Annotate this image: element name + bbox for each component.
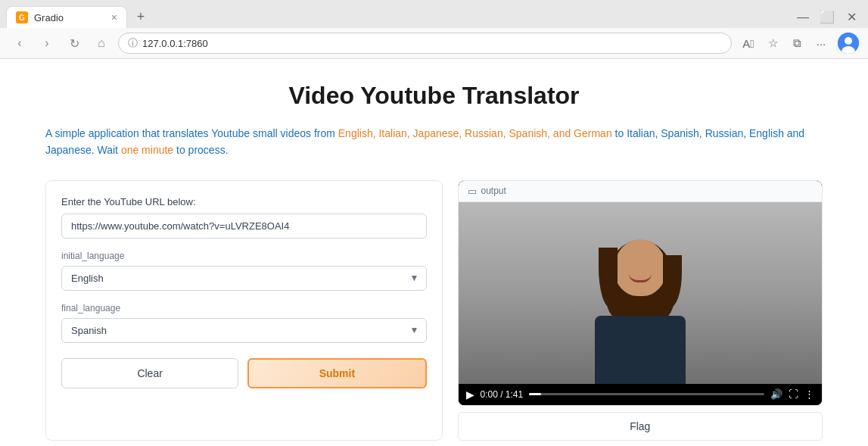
right-panel: ▭ output [458, 180, 823, 441]
person-head [614, 239, 666, 296]
browser-chrome: G Gradio × + — ⬜ ✕ ‹ › ↻ ⌂ ⓘ 127.0.0.1:7… [0, 0, 868, 59]
fullscreen-icon[interactable]: ⛶ [789, 388, 798, 400]
initial-language-select-wrapper: English Italian Japanese Russian Spanish… [61, 266, 427, 291]
toolbar-icons: A⃣ ☆ ⧉ ··· [738, 33, 832, 54]
active-tab[interactable]: G Gradio × [6, 6, 127, 28]
url-label: Enter the YouTube URL below: [61, 196, 427, 207]
time-highlight: one minute [121, 144, 173, 156]
initial-language-label: initial_language [61, 251, 427, 261]
video-thumbnail [459, 202, 823, 384]
refresh-button[interactable]: ↻ [64, 33, 85, 54]
new-tab-button[interactable]: + [130, 7, 151, 28]
forward-button[interactable]: › [36, 33, 58, 54]
page-content: Video Youtube Translator A simple applic… [0, 59, 868, 446]
more-options-icon[interactable]: ⋮ [804, 388, 814, 400]
maximize-button[interactable]: ⬜ [817, 7, 838, 28]
home-button[interactable]: ⌂ [91, 33, 112, 54]
tab-close-button[interactable]: × [111, 11, 117, 23]
submit-button[interactable]: Submit [247, 358, 426, 388]
video-monitor-icon: ▭ [468, 186, 477, 197]
left-panel: Enter the YouTube URL below: initial_lan… [45, 180, 443, 441]
volume-icon[interactable]: 🔊 [770, 388, 782, 400]
play-button[interactable]: ▶ [466, 388, 474, 401]
person-hair-left [599, 248, 618, 308]
video-player[interactable] [459, 202, 823, 384]
action-buttons: Clear Submit [61, 358, 427, 388]
flag-button[interactable]: Flag [458, 412, 823, 441]
tab-favicon: G [16, 11, 28, 23]
tab-bar: G Gradio × + — ⬜ ✕ [0, 0, 868, 28]
profile-avatar[interactable] [838, 33, 859, 54]
final-language-group: final_language Spanish Italian Russian E… [61, 303, 427, 343]
tab-title: Gradio [34, 12, 105, 23]
window-controls: — ⬜ ✕ [792, 7, 862, 28]
video-time: 0:00 / 1:41 [481, 389, 524, 400]
close-button[interactable]: ✕ [841, 7, 862, 28]
main-layout: Enter the YouTube URL below: initial_lan… [45, 180, 823, 441]
address-bar[interactable]: ⓘ 127.0.0.1:7860 [118, 33, 732, 54]
url-input[interactable] [61, 214, 427, 239]
more-tools-icon[interactable]: ··· [810, 33, 832, 54]
final-language-select-wrapper: Spanish Italian Russian English Japanese… [61, 318, 427, 343]
collections-icon[interactable]: ⧉ [786, 33, 807, 54]
languages-highlight: English, Italian, Japanese, Russian, Spa… [338, 127, 612, 139]
person-hair-right [663, 255, 682, 308]
url-field-group: Enter the YouTube URL below: [61, 196, 427, 239]
video-controls-bar: ▶ 0:00 / 1:41 🔊 ⛶ ⋮ [459, 384, 823, 405]
person-body [595, 316, 686, 384]
page-title: Video Youtube Translator [45, 82, 823, 110]
page-description: A simple application that translates You… [45, 125, 823, 159]
video-container: ▭ output [458, 180, 823, 406]
address-text: 127.0.0.1:7860 [142, 38, 722, 49]
clear-button[interactable]: Clear [61, 358, 238, 388]
svg-point-1 [845, 37, 852, 45]
favorites-icon[interactable]: ☆ [762, 33, 783, 54]
initial-language-group: initial_language English Italian Japanes… [61, 251, 427, 291]
video-progress-bar[interactable] [529, 393, 764, 395]
read-aloud-icon[interactable]: A⃣ [738, 33, 759, 54]
minimize-button[interactable]: — [792, 7, 814, 28]
video-header: ▭ output [459, 181, 823, 202]
address-info-icon: ⓘ [128, 36, 138, 50]
final-language-select[interactable]: Spanish Italian Russian English Japanese [61, 318, 427, 343]
output-label: output [481, 186, 506, 196]
final-language-label: final_language [61, 303, 427, 313]
back-button[interactable]: ‹ [9, 33, 30, 54]
initial-language-select[interactable]: English Italian Japanese Russian Spanish… [61, 266, 427, 291]
video-progress-fill [529, 393, 541, 395]
browser-toolbar: ‹ › ↻ ⌂ ⓘ 127.0.0.1:7860 A⃣ ☆ ⧉ ··· [0, 28, 868, 58]
